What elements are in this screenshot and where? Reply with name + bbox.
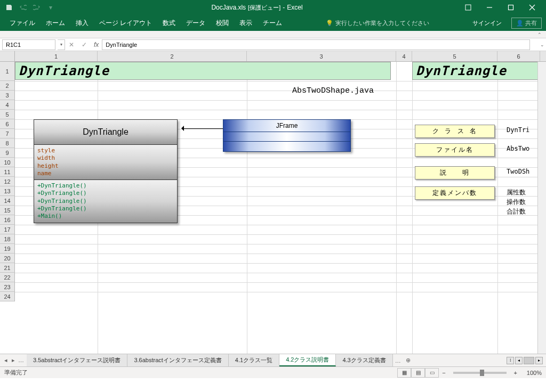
tab-nav[interactable]: ◂ ▸ … [0, 357, 27, 364]
row-header[interactable]: 9 [0, 148, 15, 158]
row-header[interactable]: 4 [0, 100, 15, 110]
namebox-dropdown-icon[interactable]: ▾ [58, 39, 65, 50]
zoom-percent[interactable]: 100% [520, 370, 542, 376]
row-header[interactable]: 2 [0, 81, 15, 91]
column-header[interactable]: 2 [98, 51, 247, 61]
uml-operation: +DynTriangle() [37, 182, 174, 190]
sheet-tab[interactable]: 3.5abstractインタフェース説明書 [27, 354, 127, 366]
uml-class-box: DynTriangle stylewidthheightname +DynTri… [34, 119, 178, 223]
sheet-tabs: 3.5abstractインタフェース説明書3.6abstractインタフェース定… [27, 354, 393, 366]
property-label: ファイル名 [415, 143, 495, 157]
row-header[interactable]: 20 [0, 254, 15, 263]
row-header[interactable]: 19 [0, 244, 15, 254]
minimize-icon[interactable] [479, 0, 500, 15]
inheritance-arrow [179, 126, 223, 131]
sheet-tab[interactable]: 4.1クラス一覧 [229, 354, 279, 366]
ribbon-tab[interactable]: 挿入 [70, 15, 94, 31]
sheet-tab[interactable]: 4.3クラス定義書 [336, 354, 392, 366]
row-header[interactable]: 16 [0, 215, 15, 225]
row-header[interactable]: 10 [0, 158, 15, 167]
close-icon[interactable] [521, 0, 543, 15]
redo-icon[interactable] [31, 2, 43, 13]
ribbon-tab[interactable]: 校閲 [211, 15, 234, 31]
sheet-tab[interactable]: 4.2クラス説明書 [279, 354, 336, 366]
ribbon-tab[interactable]: ホーム [41, 15, 70, 31]
row-header[interactable]: 5 [0, 110, 15, 119]
row-header[interactable]: 23 [0, 282, 15, 292]
row-header[interactable]: 6 [0, 119, 15, 129]
zoom-out-button[interactable]: − [439, 370, 448, 376]
chevron-up-icon: ⌃ [537, 32, 542, 37]
formula-input[interactable]: DynTriangle [102, 39, 530, 50]
zoom-slider[interactable] [453, 372, 507, 374]
sheet-tab[interactable]: 3.6abstractインタフェース定義書 [127, 354, 228, 366]
qat-dropdown-icon[interactable]: ▾ [45, 2, 57, 13]
column-header[interactable]: 6 [497, 51, 540, 61]
ribbon-tab[interactable]: データ [181, 15, 211, 31]
select-all-corner[interactable] [0, 51, 15, 61]
hscroll-right-icon[interactable]: ▸ [535, 357, 543, 364]
ribbon-tab[interactable]: 数式 [157, 15, 181, 31]
tellme-search[interactable]: 💡 実行したい作業を入力してください [326, 19, 429, 27]
row-header[interactable]: 12 [0, 177, 15, 186]
column-header[interactable]: 4 [396, 51, 412, 61]
maximize-icon[interactable] [500, 0, 521, 15]
row-header[interactable]: 7 [0, 129, 15, 138]
column-headers: 123456 [0, 51, 546, 62]
row-header[interactable]: 21 [0, 263, 15, 273]
vertical-scrollbar[interactable] [537, 62, 546, 354]
row-header[interactable]: 17 [0, 225, 15, 234]
tab-first-icon[interactable]: ◂ [3, 357, 9, 364]
zoom-in-button[interactable]: + [511, 370, 520, 376]
ribbon-collapse[interactable]: ⌃ [0, 31, 546, 38]
column-header[interactable]: 3 [247, 51, 396, 61]
horizontal-scroll[interactable]: ⁞ ◂ ▸ [414, 357, 546, 364]
row-header[interactable]: 11 [0, 167, 15, 177]
zoom-thumb[interactable] [480, 370, 484, 376]
view-buttons: ▦ ▤ ▭ [397, 368, 439, 378]
formula-expand-icon[interactable]: ⌄ [539, 42, 546, 47]
title-cell-2[interactable]: DynTriangle [412, 62, 537, 80]
hscroll-split-icon[interactable]: ⁞ [507, 357, 514, 364]
tab-more-icon[interactable]: … [18, 357, 23, 364]
ribbon-options-icon[interactable] [457, 0, 479, 15]
row-header[interactable]: 13 [0, 186, 15, 196]
cells[interactable]: DynTriangle DynTriangle AbsTwoDShape.jav… [15, 62, 537, 354]
new-sheet-button[interactable]: ⊕ [403, 357, 414, 364]
normal-view-icon[interactable]: ▦ [397, 368, 411, 378]
tab-more-right-icon[interactable]: … [393, 357, 403, 364]
undo-icon[interactable] [17, 2, 29, 13]
enter-icon[interactable]: ✓ [78, 39, 91, 50]
pagebreak-view-icon[interactable]: ▭ [425, 368, 439, 378]
row-header[interactable]: 1 [0, 62, 15, 81]
ribbon-tab[interactable]: ファイル [4, 15, 41, 31]
row-header[interactable]: 14 [0, 196, 15, 206]
column-header[interactable]: 5 [412, 51, 497, 61]
column-header[interactable]: 1 [15, 51, 98, 61]
row-header[interactable]: 15 [0, 206, 15, 215]
row-header[interactable]: 3 [0, 91, 15, 100]
tab-prev-icon[interactable]: ▸ [11, 357, 16, 364]
hscroll-thumb[interactable] [524, 357, 534, 364]
hscroll-left-icon[interactable]: ◂ [515, 357, 523, 364]
row-header[interactable]: 22 [0, 273, 15, 282]
lightbulb-icon: 💡 [326, 20, 333, 27]
namebox[interactable]: R1C1 [2, 39, 55, 50]
ribbon-tab[interactable]: チーム [258, 15, 287, 31]
cancel-icon[interactable]: ✕ [65, 39, 78, 50]
ribbon-tab[interactable]: ページ レイアウト [94, 15, 157, 31]
share-button[interactable]: 👤 共有 [511, 18, 542, 29]
jframe-box: JFrame [223, 119, 351, 152]
row-header[interactable]: 8 [0, 138, 15, 148]
sheet-grid[interactable]: 123456 123456789101112131415161718192021… [0, 51, 546, 354]
fx-icon[interactable]: fx [91, 41, 102, 48]
member-count-label: 属性数 [507, 188, 526, 197]
ribbon-tab[interactable]: 表示 [234, 15, 258, 31]
save-icon[interactable] [3, 2, 15, 13]
row-header[interactable]: 24 [0, 292, 15, 301]
page-layout-view-icon[interactable]: ▤ [411, 368, 425, 378]
title-app: Excel [287, 4, 302, 11]
signin-link[interactable]: サインイン [467, 19, 507, 27]
title-cell-1[interactable]: DynTriangle [15, 62, 391, 80]
row-header[interactable]: 18 [0, 234, 15, 244]
